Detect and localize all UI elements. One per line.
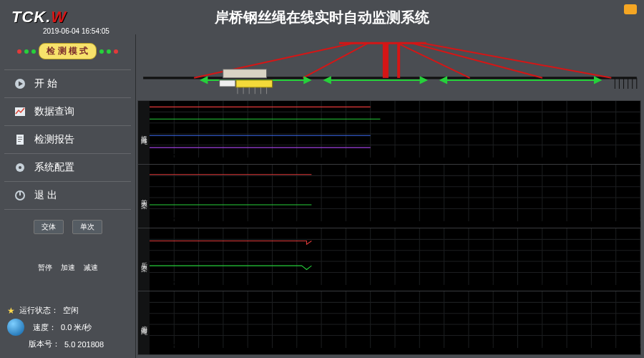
svg-text:60: 60 (438, 216, 451, 228)
svg-text:65: 65 (462, 216, 475, 228)
chart-label-a: 提升绳 (138, 101, 150, 165)
svg-text:90: 90 (585, 279, 597, 291)
chart-label-d: 俯仰绳 (138, 291, 150, 354)
svg-text:95: 95 (610, 216, 623, 228)
svg-text:50: 50 (389, 279, 401, 291)
svg-text:30: 30 (291, 216, 303, 228)
svg-text:40: 40 (339, 152, 352, 164)
svg-point-8 (19, 166, 21, 169)
svg-text:100: 100 (631, 279, 640, 291)
svg-text:15: 15 (217, 279, 230, 291)
svg-text:55: 55 (413, 152, 426, 164)
svg-rect-36 (220, 80, 235, 87)
menu-exit[interactable]: 退 出 (4, 185, 131, 206)
menu-query[interactable]: 数据查询 (4, 101, 131, 122)
svg-text:65: 65 (462, 342, 475, 354)
app-window: TCK.W 岸桥钢丝绳在线实时自动监测系统 2019-06-04 16:54:0… (0, 0, 644, 358)
body: 检 测 模 式 开 始 数据查询 检测报告 (0, 34, 644, 358)
svg-text:95: 95 (610, 279, 623, 291)
menu-report[interactable]: 检测报告 (4, 129, 131, 150)
svg-text:15: 15 (217, 152, 230, 164)
svg-text:85: 85 (560, 342, 573, 354)
svg-text:90: 90 (585, 152, 597, 164)
play-circle-icon (14, 78, 26, 90)
svg-text:20: 20 (241, 279, 254, 291)
version-line: 版本号： 5.0 201808 (7, 339, 128, 349)
svg-rect-35 (223, 69, 267, 78)
svg-text:40: 40 (339, 342, 352, 354)
chart-panels: 5101520253035404550556065707580859095100… (150, 101, 640, 354)
svg-text:25: 25 (266, 342, 279, 354)
menu-label: 数据查询 (34, 105, 74, 118)
svg-text:60: 60 (438, 152, 451, 164)
svg-text:75: 75 (512, 152, 525, 164)
svg-text:85: 85 (560, 152, 573, 164)
svg-line-17 (423, 43, 612, 78)
chart-stack: 提升绳 前大梁 后大梁 俯仰绳 510152025303540455055606… (137, 100, 641, 355)
mode-pill[interactable]: 检 测 模 式 (39, 43, 96, 59)
svg-text:65: 65 (462, 279, 475, 291)
svg-text:25: 25 (266, 152, 279, 164)
svg-text:45: 45 (364, 279, 377, 291)
svg-text:30: 30 (291, 342, 303, 354)
topbar: TCK.W 岸桥钢丝绳在线实时自动监测系统 2019-06-04 16:54:0… (0, 0, 644, 34)
menu-label: 检测报告 (34, 133, 74, 146)
chart-label-column: 提升绳 前大梁 后大梁 俯仰绳 (138, 101, 150, 354)
sidebar: 检 测 模 式 开 始 数据查询 检测报告 (0, 34, 136, 358)
page-title: 岸桥钢丝绳在线实时自动监测系统 (215, 8, 429, 27)
svg-text:70: 70 (487, 279, 499, 291)
menu-label: 开 始 (34, 77, 57, 90)
svg-text:85: 85 (560, 216, 573, 228)
svg-rect-4 (18, 137, 22, 137)
svg-rect-18 (383, 43, 389, 78)
menu-label: 系统配置 (34, 161, 74, 174)
svg-text:45: 45 (364, 152, 377, 164)
minimize-button[interactable] (624, 4, 637, 14)
status-block: ★ 运行状态： 空闲 速度： 0.0 米/秒 版本号： 5.0 201808 (4, 302, 131, 352)
gear-icon (14, 162, 26, 173)
svg-text:55: 55 (413, 216, 426, 228)
fast-button[interactable]: 加速 (61, 263, 75, 273)
chart-0[interactable]: 5101520253035404550556065707580859095100 (150, 101, 640, 165)
small-button-row: 交体 单次 (4, 220, 131, 234)
svg-text:80: 80 (536, 342, 549, 354)
pause-button[interactable]: 暂停 (38, 263, 52, 273)
globe-icon (7, 319, 24, 336)
version-label: 版本号： (29, 339, 60, 349)
btn-swap[interactable]: 交体 (34, 220, 64, 234)
svg-text:20: 20 (241, 152, 254, 164)
svg-text:35: 35 (315, 216, 328, 228)
logo: TCK.W (11, 8, 112, 26)
svg-text:70: 70 (487, 152, 499, 164)
svg-text:60: 60 (438, 342, 451, 354)
svg-text:75: 75 (512, 279, 525, 291)
menu-label: 退 出 (34, 189, 57, 202)
svg-rect-37 (236, 80, 273, 87)
svg-text:25: 25 (266, 216, 279, 228)
slow-button[interactable]: 减速 (84, 263, 98, 273)
svg-line-13 (194, 43, 353, 78)
svg-text:100: 100 (631, 152, 640, 164)
svg-rect-19 (397, 43, 400, 78)
svg-text:5: 5 (171, 342, 177, 354)
svg-text:80: 80 (536, 152, 549, 164)
run-state-label: 运行状态： (19, 305, 59, 316)
svg-text:45: 45 (364, 342, 377, 354)
menu-start[interactable]: 开 始 (4, 73, 131, 95)
svg-text:60: 60 (438, 279, 451, 291)
chart-3[interactable]: 5101520253035404550556065707580859095100 (150, 291, 640, 354)
chart-2[interactable]: 5101520253035404550556065707580859095100 (150, 228, 640, 292)
svg-text:100: 100 (631, 216, 640, 228)
svg-rect-5 (18, 139, 22, 140)
svg-text:70: 70 (487, 342, 499, 354)
speed-label: 速度： (33, 322, 57, 333)
svg-text:55: 55 (413, 342, 426, 354)
btn-single[interactable]: 单次 (72, 220, 102, 234)
chart-1[interactable]: 5101520253035404550556065707580859095100 (150, 165, 640, 228)
svg-text:95: 95 (610, 152, 623, 164)
svg-text:65: 65 (462, 152, 475, 164)
svg-text:50: 50 (389, 216, 401, 228)
svg-text:80: 80 (536, 216, 549, 228)
menu-settings[interactable]: 系统配置 (4, 157, 131, 178)
svg-text:45: 45 (364, 216, 377, 228)
